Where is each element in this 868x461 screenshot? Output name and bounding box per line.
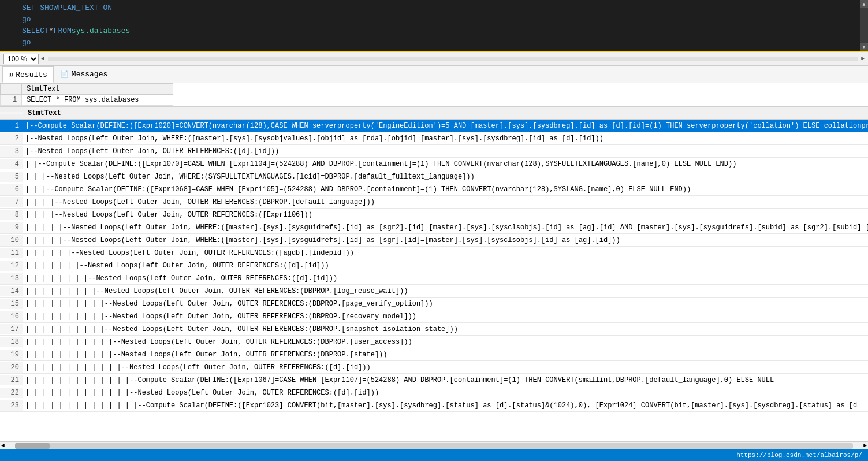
list-item[interactable]: 19| | | | | | | | | | |--Nested Loops(Le… — [0, 348, 868, 361]
plan-row-text: | | | | | | | |--Nested Loops(Left Outer… — [23, 273, 340, 284]
plan-row-number: 20 — [0, 362, 23, 373]
list-item[interactable]: 10| | | | |--Nested Loops(Left Outer Joi… — [0, 234, 868, 247]
plan-row-text: | | | | | | |--Nested Loops(Left Outer J… — [23, 261, 331, 271]
plan-row-text: | | | |--Nested Loops(Left Outer Join, O… — [23, 197, 377, 207]
plan-row-number: 14 — [0, 286, 23, 296]
plan-row-number: 16 — [0, 311, 23, 322]
plan-area[interactable]: StmtText 1|--Compute Scalar(DEFINE:([Exp… — [0, 107, 868, 441]
scroll-left-arrow[interactable]: ◄ — [41, 55, 44, 62]
bottom-scrollbar[interactable]: ◄ ► — [0, 441, 868, 449]
plan-row-text: |--Nested Loops(Left Outer Join, WHERE:(… — [23, 133, 606, 144]
plan-row-text: |--Nested Loops(Left Outer Join, OUTER R… — [23, 146, 281, 157]
list-item[interactable]: 15| | | | | | | | | |--Nested Loops(Left… — [0, 298, 868, 310]
row-number: 1 — [1, 95, 22, 106]
sql-code-3c: FROM — [54, 25, 72, 37]
tab-results-label: Results — [16, 70, 47, 79]
plan-row-number: 6 — [0, 184, 23, 195]
list-item[interactable]: 7| | | |--Nested Loops(Left Outer Join, … — [0, 196, 868, 209]
editor-line-1: SET SHOWPLAN_TEXT ON — [5, 2, 863, 14]
list-item[interactable]: 6| | |--Compute Scalar(DEFINE:([Expr1068… — [0, 183, 868, 196]
plan-row-number: 23 — [0, 400, 23, 411]
plan-row-number: 9 — [0, 222, 23, 233]
list-item[interactable]: 5| | |--Nested Loops(Left Outer Join, WH… — [0, 170, 868, 183]
plan-row-text: | | | | | | | | | |--Nested Loops(Left O… — [23, 311, 419, 322]
list-item[interactable]: 1|--Compute Scalar(DEFINE:([Expr1020]=CO… — [0, 120, 868, 132]
plan-row-number: 11 — [0, 248, 23, 258]
plan-row-text: | | |--Nested Loops(Left Outer Join, WHE… — [23, 172, 477, 182]
scroll-right-arrow[interactable]: ► — [861, 55, 865, 62]
plan-row-number: 7 — [0, 197, 23, 207]
plan-row-text: | | | | | | | | | |--Nested Loops(Left O… — [23, 299, 435, 309]
results-table-container[interactable]: StmtText 1SELECT * FROM sys.databases — [0, 83, 868, 107]
list-item[interactable]: 18| | | | | | | | | | |--Nested Loops(Le… — [0, 336, 868, 348]
list-item[interactable]: 8| | | |--Nested Loops(Left Outer Join, … — [0, 209, 868, 221]
h-scroll-thumb[interactable] — [15, 443, 50, 449]
plan-row-text: | |--Compute Scalar(DEFINE:([Expr1070]=C… — [23, 159, 739, 169]
plan-row-number: 15 — [0, 299, 23, 309]
status-bar: https://blog.csdn.net/albairos/p/ — [0, 449, 868, 461]
sql-code-4: go — [22, 37, 31, 49]
plan-row-number: 18 — [0, 337, 23, 347]
editor-line-4: go — [5, 37, 863, 49]
plan-row-text: | | | | | |--Nested Loops(Left Outer Joi… — [23, 248, 356, 258]
plan-row-number: 8 — [0, 210, 23, 220]
list-item[interactable]: 22| | | | | | | | | | | | |--Nested Loop… — [0, 386, 868, 399]
plan-row-text: | | | | |--Nested Loops(Left Outer Join,… — [23, 222, 868, 233]
scrollbar-down[interactable]: ▼ — [860, 43, 868, 51]
plan-row-number: 12 — [0, 261, 23, 271]
plan-row-text: | | |--Compute Scalar(DEFINE:([Expr1068]… — [23, 184, 693, 195]
plan-row-text: | | | | | | | | | |--Nested Loops(Left O… — [23, 324, 460, 334]
sql-code-3d: sys.databases — [72, 25, 130, 37]
table-row[interactable]: 1SELECT * FROM sys.databases — [1, 95, 173, 106]
list-item[interactable]: 20| | | | | | | | | | | |--Nested Loops(… — [0, 361, 868, 374]
sql-code-3b: * — [49, 25, 54, 37]
plan-row-number: 3 — [0, 146, 23, 157]
plan-row-number: 19 — [0, 350, 23, 360]
plan-row-text: | | | | | | | | | | |--Nested Loops(Left… — [23, 337, 415, 347]
plan-row-number: 5 — [0, 172, 23, 182]
plan-row-text: | | | | | | | | | | |--Nested Loops(Left… — [23, 350, 390, 360]
plan-row-number: 2 — [0, 133, 23, 144]
list-item[interactable]: 13| | | | | | | |--Nested Loops(Left Out… — [0, 272, 868, 285]
editor-line-2: go — [5, 14, 863, 25]
zoom-select[interactable]: 100 % — [3, 54, 39, 64]
plan-row-text: | | | |--Nested Loops(Left Outer Join, O… — [23, 210, 315, 220]
tab-messages[interactable]: 📄 Messages — [54, 66, 114, 83]
plan-header-cell: StmtText — [23, 108, 66, 118]
plan-row-text: | | | | | | | | | | | | |--Compute Scala… — [23, 375, 776, 385]
tab-messages-label: Messages — [72, 70, 107, 79]
list-item[interactable]: 3|--Nested Loops(Left Outer Join, OUTER … — [0, 145, 868, 158]
plan-row-number: 13 — [0, 273, 23, 284]
plan-rows[interactable]: 1|--Compute Scalar(DEFINE:([Expr1020]=CO… — [0, 120, 868, 441]
plan-row-text: | | | | | | | | | | | |--Nested Loops(Le… — [23, 362, 373, 373]
plan-row-number: 22 — [0, 388, 23, 398]
list-item[interactable]: 9| | | | |--Nested Loops(Left Outer Join… — [0, 221, 868, 234]
plan-row-number: 21 — [0, 375, 23, 385]
sql-editor[interactable]: SET SHOWPLAN_TEXT ON go SELECT * FROM sy… — [0, 0, 868, 52]
list-item[interactable]: 17| | | | | | | | | |--Nested Loops(Left… — [0, 323, 868, 336]
h-scroll-left[interactable]: ◄ — [0, 443, 6, 449]
list-item[interactable]: 4| |--Compute Scalar(DEFINE:([Expr1070]=… — [0, 158, 868, 170]
plan-row-number: 17 — [0, 324, 23, 334]
plan-row-text: | | | | |--Nested Loops(Left Outer Join,… — [23, 235, 623, 246]
editor-scrollbar[interactable]: ▲ ▼ — [860, 0, 868, 51]
scrollbar-up[interactable]: ▲ — [860, 0, 868, 8]
sql-code-3: SELECT — [22, 25, 49, 37]
results-rownum-header — [1, 84, 22, 95]
plan-row-number: 4 — [0, 159, 23, 169]
list-item[interactable]: 11| | | | | |--Nested Loops(Left Outer J… — [0, 247, 868, 259]
list-item[interactable]: 2|--Nested Loops(Left Outer Join, WHERE:… — [0, 132, 868, 145]
plan-row-text: | | | | | | | | |--Nested Loops(Left Out… — [23, 286, 411, 296]
results-area: StmtText 1SELECT * FROM sys.databases St… — [0, 83, 868, 449]
tab-results[interactable]: ⊞ Results — [2, 66, 54, 83]
results-table: StmtText 1SELECT * FROM sys.databases — [0, 83, 173, 106]
list-item[interactable]: 23| | | | | | | | | | | | | |--Compute S… — [0, 399, 868, 412]
sql-code-1: SET SHOWPLAN_TEXT ON — [22, 2, 112, 14]
list-item[interactable]: 12| | | | | | |--Nested Loops(Left Outer… — [0, 259, 868, 272]
plan-header: StmtText — [0, 107, 868, 120]
list-item[interactable]: 14| | | | | | | | |--Nested Loops(Left O… — [0, 285, 868, 298]
list-item[interactable]: 16| | | | | | | | | |--Nested Loops(Left… — [0, 310, 868, 323]
list-item[interactable]: 21| | | | | | | | | | | | |--Compute Sca… — [0, 374, 868, 386]
h-scroll-track[interactable] — [15, 443, 853, 449]
h-scroll-right[interactable]: ► — [862, 443, 868, 449]
